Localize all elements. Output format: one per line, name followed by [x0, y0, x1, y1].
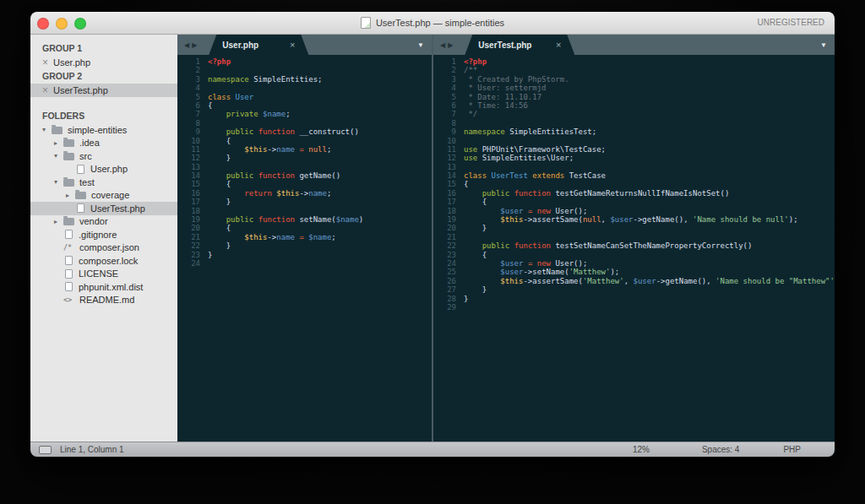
- token-str: 'Matthew': [569, 268, 611, 276]
- token-plain: }: [464, 295, 468, 303]
- tree-item-readme-md[interactable]: <>README.md: [30, 294, 177, 307]
- token-plain: __construct(): [295, 127, 359, 136]
- tree-item--idea[interactable]: ▸.idea: [30, 137, 177, 150]
- tree-item-simple-entities[interactable]: ▾simple-entities: [30, 123, 177, 137]
- line-number: 2: [433, 66, 464, 74]
- disclosure-collapsed-icon[interactable]: ▸: [66, 192, 75, 199]
- code-text: <?php: [464, 57, 835, 66]
- code-line: 8: [177, 119, 432, 127]
- line-number: 6: [433, 101, 464, 110]
- tab-user-php[interactable]: User.php ×: [209, 35, 308, 55]
- code-text: [208, 84, 432, 92]
- file-icon: [77, 203, 84, 213]
- nav-forward-icon[interactable]: ▶: [448, 41, 453, 49]
- line-number: 9: [177, 127, 208, 136]
- token-plain: );: [789, 215, 798, 224]
- sidebar-toggle-icon[interactable]: [39, 446, 52, 454]
- editor-pane-left: ◀ ▶ User.php × ▼ 1<?php23namespace Simpl…: [177, 35, 432, 442]
- close-window-button[interactable]: [37, 18, 49, 30]
- syntax-mode[interactable]: PHP: [783, 445, 801, 454]
- file-icon: [77, 165, 84, 174]
- open-file-item[interactable]: ×UserTest.php: [30, 84, 177, 97]
- token-cmt: * Created by PhpStorm.: [464, 75, 569, 84]
- tree-item-vendor[interactable]: ▸vendor: [30, 215, 177, 229]
- code-line: 4 * User: settermjd: [433, 84, 835, 92]
- code-text: */: [464, 110, 835, 118]
- tree-item-composer-json[interactable]: /*composer.json: [30, 241, 177, 255]
- tree-item-src[interactable]: ▾src: [30, 149, 177, 163]
- code-editor-user-php[interactable]: 1<?php23namespace SimpleEntities;45class…: [177, 55, 432, 442]
- code-text: [208, 66, 432, 74]
- disclosure-collapsed-icon[interactable]: ▸: [54, 139, 63, 147]
- tree-item-label: LICENSE: [79, 268, 118, 279]
- folder-icon: [63, 139, 74, 147]
- token-cmt: * Time: 14:56: [464, 101, 528, 110]
- tree-item-user-php[interactable]: User.php: [30, 163, 177, 176]
- code-text: {: [208, 180, 432, 188]
- close-file-icon[interactable]: ×: [42, 58, 48, 67]
- disclosure-expanded-icon[interactable]: ▾: [54, 152, 63, 160]
- token-kw: use: [464, 154, 477, 162]
- minimize-window-button[interactable]: [56, 18, 68, 30]
- disclosure-collapsed-icon[interactable]: ▸: [54, 218, 63, 225]
- indent-setting[interactable]: Spaces: 4: [702, 445, 739, 454]
- status-bar: Line 1, Column 1 12% Spaces: 4 PHP: [30, 442, 835, 457]
- token-plain: {: [464, 251, 487, 259]
- traffic-lights: [37, 18, 86, 30]
- code-line: 14class UserTest extends TestCase: [433, 171, 835, 180]
- code-text: class UserTest extends TestCase: [464, 171, 835, 180]
- tree-item-label: coverage: [91, 190, 129, 200]
- line-number: 15: [433, 180, 464, 188]
- token-var: $user: [500, 259, 523, 268]
- token-plain: User();: [551, 207, 587, 215]
- tree-item-coverage[interactable]: ▸coverage: [30, 189, 177, 203]
- line-number: 11: [433, 145, 464, 154]
- token-plain: {: [464, 180, 468, 188]
- tree-item-license[interactable]: LICENSE: [30, 268, 177, 281]
- token-kw: private: [226, 110, 258, 118]
- line-number: 12: [433, 154, 464, 162]
- tree-item-test[interactable]: ▾test: [30, 176, 177, 189]
- tree-item--gitignore[interactable]: .gitignore: [30, 228, 177, 241]
- nav-back-icon[interactable]: ◀: [440, 41, 445, 49]
- token-str: 'Name should be "Matthew"': [715, 277, 835, 285]
- code-line: 17 {: [433, 198, 835, 206]
- overflow-menu-icon[interactable]: ▼: [820, 41, 835, 49]
- tab-close-icon[interactable]: ×: [290, 40, 295, 50]
- token-plain: [464, 189, 482, 198]
- code-text: }: [464, 285, 835, 294]
- code-text: }: [208, 251, 432, 259]
- tree-item-usertest-php[interactable]: UserTest.php: [30, 202, 177, 215]
- token-plain: User();: [551, 259, 587, 268]
- disclosure-expanded-icon[interactable]: ▾: [42, 126, 52, 133]
- main-area: GROUP 1×User.phpGROUP 2×UserTest.php FOL…: [30, 35, 835, 442]
- maximize-window-button[interactable]: [74, 18, 86, 30]
- token-plain: ->getName(),: [634, 215, 693, 224]
- disclosure-expanded-icon[interactable]: ▾: [54, 178, 63, 186]
- overflow-menu-icon[interactable]: ▼: [417, 41, 432, 49]
- tree-item-composer-lock[interactable]: composer.lock: [30, 254, 177, 268]
- code-line: 9namespace SimpleEntitiesTest;: [433, 127, 835, 136]
- line-number: 5: [433, 93, 464, 101]
- token-var: $user: [500, 207, 523, 215]
- close-file-icon[interactable]: ×: [42, 86, 48, 95]
- token-var: name: [276, 145, 295, 154]
- code-editor-usertest-php[interactable]: 1<?php2/**3 * Created by PhpStorm.4 * Us…: [433, 55, 835, 442]
- token-str: 'Matthew': [583, 277, 624, 285]
- nav-forward-icon[interactable]: ▶: [192, 41, 197, 49]
- tab-close-icon[interactable]: ×: [556, 40, 561, 50]
- code-line: 12use SimpleEntities\User;: [433, 154, 835, 162]
- token-fn: function: [258, 215, 295, 224]
- tree-item-phpunit-xml-dist[interactable]: phpunit.xml.dist: [30, 280, 177, 294]
- nav-back-icon[interactable]: ◀: [184, 41, 189, 49]
- tab-nav-arrows: ◀ ▶: [177, 35, 200, 55]
- tab-usertest-php[interactable]: UserTest.php ×: [465, 35, 574, 55]
- code-line: 19 $this->assertSame(null, $user->getNam…: [433, 215, 835, 224]
- tab-bar-right: ◀ ▶ UserTest.php × ▼: [433, 35, 835, 55]
- code-line: 6{: [177, 101, 432, 110]
- line-number: 22: [433, 241, 464, 250]
- line-number: 9: [433, 127, 464, 136]
- line-number: 20: [177, 224, 208, 232]
- line-number: 14: [433, 171, 464, 180]
- open-file-item[interactable]: ×User.php: [30, 56, 177, 69]
